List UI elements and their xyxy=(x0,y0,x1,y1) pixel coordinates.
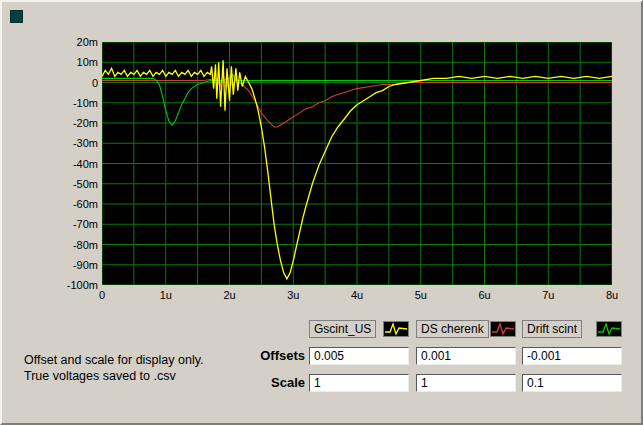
y-tick-label: -40m xyxy=(40,157,98,171)
legend-label: Drift scint xyxy=(522,320,582,338)
x-tick-label: 4u xyxy=(337,289,377,301)
note-text: Offset and scale for display only. True … xyxy=(24,352,204,384)
note-line-2: True voltages saved to .csv xyxy=(24,368,204,384)
offsets-label: Offsets xyxy=(230,347,305,365)
decoration-square xyxy=(10,10,23,23)
x-tick-label: 5u xyxy=(401,289,441,301)
legend-item[interactable]: Gscint_US xyxy=(309,320,409,338)
offset-input-1[interactable] xyxy=(309,347,409,365)
x-tick-label: 6u xyxy=(465,289,505,301)
offset-input-2[interactable] xyxy=(416,347,516,365)
x-tick-label: 3u xyxy=(273,289,313,301)
offset-input-3[interactable] xyxy=(522,347,622,365)
note-line-1: Offset and scale for display only. xyxy=(24,352,204,368)
legend-label: Gscint_US xyxy=(309,320,376,338)
y-tick-label: -90m xyxy=(40,258,98,272)
scale-input-1[interactable] xyxy=(309,374,409,392)
x-tick-label: 1u xyxy=(146,289,186,301)
x-tick-label: 7u xyxy=(528,289,568,301)
y-tick-label: -30m xyxy=(40,136,98,150)
y-tick-label: -80m xyxy=(40,238,98,252)
legend-item[interactable]: Drift scint xyxy=(522,320,622,338)
scale-input-2[interactable] xyxy=(416,374,516,392)
x-tick-label: 2u xyxy=(210,289,250,301)
y-tick-label: -50m xyxy=(40,177,98,191)
x-tick-label: 0 xyxy=(82,289,122,301)
y-tick-label: 0 xyxy=(40,76,98,90)
y-tick-label: 20m xyxy=(40,35,98,49)
y-tick-label: -70m xyxy=(40,217,98,231)
waveform-icon[interactable] xyxy=(596,321,622,337)
plot-svg xyxy=(102,42,612,285)
y-tick-label: -60m xyxy=(40,197,98,211)
y-tick-label: 10m xyxy=(40,55,98,69)
x-tick-label: 8u xyxy=(592,289,632,301)
legend-label: DS cherenk xyxy=(416,320,489,338)
y-tick-label: -20m xyxy=(40,116,98,130)
scale-label: Scale xyxy=(230,374,305,392)
y-tick-label: -10m xyxy=(40,96,98,110)
scale-input-3[interactable] xyxy=(522,374,622,392)
front-panel: 20m10m0-10m-20m-30m-40m-50m-60m-70m-80m-… xyxy=(0,0,643,425)
legend-item[interactable]: DS cherenk xyxy=(416,320,516,338)
waveform-icon[interactable] xyxy=(490,321,516,337)
waveform-icon[interactable] xyxy=(383,321,409,337)
